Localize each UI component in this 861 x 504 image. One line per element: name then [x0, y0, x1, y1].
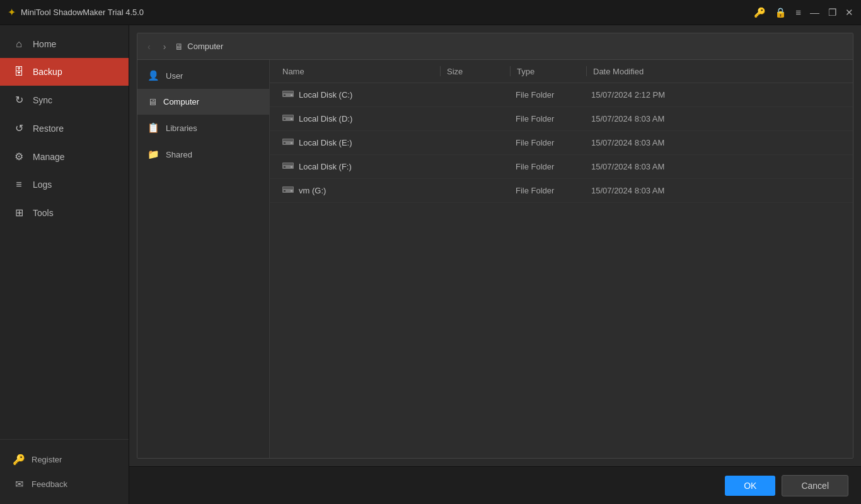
svg-rect-19 [291, 190, 292, 192]
file-name-0: Local Disk (C:) [299, 90, 352, 100]
svg-rect-3 [291, 94, 292, 96]
logs-nav-icon: ≡ [13, 179, 25, 190]
restore-button[interactable]: ❐ [828, 7, 836, 18]
register-bottom-label: Register [32, 455, 62, 464]
file-name-cell-0: Local Disk (C:) [270, 89, 440, 100]
home-nav-icon: ⌂ [13, 38, 25, 50]
file-name-cell-2: Local Disk (E:) [270, 137, 440, 148]
svg-rect-15 [291, 166, 292, 168]
computer-tree-label: Computer [163, 97, 199, 106]
svg-rect-5 [283, 115, 293, 117]
tree-item-shared[interactable]: 📁Shared [137, 141, 269, 168]
sidebar-item-home[interactable]: ⌂Home [0, 30, 129, 58]
svg-rect-17 [283, 187, 293, 189]
right-panel: Name Size Type Date Modified Local Disk … [270, 60, 853, 458]
table-row[interactable]: Local Disk (F:)File Folder15/07/2024 8:0… [270, 155, 853, 179]
file-name-cell-4: vm (G:) [270, 185, 440, 196]
sidebar-item-restore[interactable]: ↺Restore [0, 114, 129, 142]
manage-nav-icon: ⚙ [13, 151, 25, 163]
file-type-3: File Folder [509, 162, 585, 171]
tree-item-computer[interactable]: 🖥Computer [137, 89, 269, 115]
libraries-tree-label: Libraries [166, 123, 197, 133]
drive-icon-0 [282, 89, 294, 100]
user-tree-label: User [166, 71, 183, 81]
table-row[interactable]: vm (G:)File Folder15/07/2024 8:03 AM [270, 179, 853, 203]
user-tree-icon: 👤 [147, 70, 159, 81]
tools-nav-label: Tools [33, 208, 54, 218]
address-path: 🖥 Computer [175, 42, 223, 52]
file-type-1: File Folder [509, 114, 585, 123]
register-bottom-icon: 🔑 [13, 454, 25, 466]
shared-tree-icon: 📁 [147, 149, 159, 160]
minimize-button[interactable]: — [810, 7, 819, 18]
menu-icon[interactable]: ≡ [795, 7, 801, 18]
sidebar-item-logs[interactable]: ≡Logs [0, 171, 129, 198]
tree-item-user[interactable]: 👤User [137, 62, 269, 89]
file-name-4: vm (G:) [299, 186, 326, 195]
file-date-2: 15/07/2024 8:03 AM [585, 138, 853, 147]
content-area: 👤User🖥Computer📋Libraries📁Shared Name Siz… [137, 60, 853, 458]
shared-tree-label: Shared [166, 150, 192, 159]
home-nav-label: Home [33, 39, 56, 49]
table-row[interactable]: Local Disk (E:)File Folder15/07/2024 8:0… [270, 131, 853, 155]
logs-nav-label: Logs [33, 180, 52, 190]
file-name-3: Local Disk (F:) [299, 162, 352, 171]
table-row[interactable]: Local Disk (C:)File Folder15/07/2024 2:1… [270, 83, 853, 107]
app-layout: ⌂Home🗄Backup↻Sync↺Restore⚙Manage≡Logs⊞To… [0, 25, 861, 504]
svg-rect-1 [283, 91, 293, 93]
sidebar-item-manage[interactable]: ⚙Manage [0, 142, 129, 171]
left-panel: 👤User🖥Computer📋Libraries📁Shared [137, 60, 270, 458]
drive-icon-4 [282, 185, 294, 196]
sidebar-item-tools[interactable]: ⊞Tools [0, 198, 129, 227]
main-content: ‹ › 🖥 Computer 👤User🖥Computer📋Libraries📁… [129, 25, 861, 504]
file-name-cell-1: Local Disk (D:) [270, 113, 440, 124]
drive-icon-2 [282, 137, 294, 148]
addressbar: ‹ › 🖥 Computer [137, 33, 853, 60]
svg-rect-11 [291, 142, 292, 144]
tools-nav-icon: ⊞ [13, 207, 25, 219]
sync-nav-label: Sync [33, 95, 52, 105]
titlebar: ✦ MiniTool ShadowMaker Trial 4.5.0 🔑 🔒 ≡… [0, 0, 861, 25]
sidebar-bottom-register[interactable]: 🔑Register [0, 447, 129, 472]
svg-rect-6 [284, 118, 286, 120]
header-size: Size [441, 67, 510, 76]
table-row[interactable]: Local Disk (D:)File Folder15/07/2024 8:0… [270, 107, 853, 131]
drive-icon-1 [282, 113, 294, 124]
app-logo-icon: ✦ [8, 6, 16, 18]
forward-button[interactable]: › [159, 39, 170, 54]
drive-icon-3 [282, 161, 294, 172]
file-type-2: File Folder [509, 138, 585, 147]
cancel-button[interactable]: Cancel [782, 475, 848, 496]
svg-rect-14 [284, 166, 286, 168]
titlebar-controls: 🔑 🔒 ≡ — ❐ ✕ [754, 7, 853, 18]
libraries-tree-icon: 📋 [147, 122, 159, 134]
header-date: Date Modified [587, 67, 853, 76]
sidebar-item-sync[interactable]: ↻Sync [0, 86, 129, 114]
tree-item-libraries[interactable]: 📋Libraries [137, 115, 269, 141]
sidebar-bottom-feedback[interactable]: ✉Feedback [0, 472, 129, 496]
svg-rect-2 [284, 94, 286, 96]
svg-rect-13 [283, 163, 293, 165]
ok-button[interactable]: OK [725, 476, 775, 496]
file-name-cell-3: Local Disk (F:) [270, 161, 440, 172]
lock-icon[interactable]: 🔒 [775, 7, 787, 18]
file-browser-dialog: ‹ › 🖥 Computer 👤User🖥Computer📋Libraries📁… [137, 33, 853, 459]
backup-nav-icon: 🗄 [13, 66, 25, 77]
file-date-4: 15/07/2024 8:03 AM [585, 186, 853, 195]
restore-nav-label: Restore [33, 123, 64, 134]
sidebar: ⌂Home🗄Backup↻Sync↺Restore⚙Manage≡Logs⊞To… [0, 25, 129, 504]
header-type: Type [511, 67, 586, 76]
file-date-3: 15/07/2024 8:03 AM [585, 162, 853, 171]
bottom-bar: OK Cancel [129, 466, 861, 504]
back-button[interactable]: ‹ [144, 39, 154, 54]
sidebar-item-backup[interactable]: 🗄Backup [0, 58, 129, 86]
sidebar-bottom: 🔑Register✉Feedback [0, 439, 129, 504]
file-date-0: 15/07/2024 2:12 PM [585, 90, 853, 100]
restore-nav-icon: ↺ [13, 122, 25, 134]
feedback-bottom-label: Feedback [32, 479, 67, 489]
close-button[interactable]: ✕ [845, 7, 853, 18]
file-type-4: File Folder [509, 186, 585, 195]
key-icon[interactable]: 🔑 [754, 7, 766, 18]
file-list: Local Disk (C:)File Folder15/07/2024 2:1… [270, 83, 853, 458]
backup-nav-label: Backup [33, 67, 62, 77]
